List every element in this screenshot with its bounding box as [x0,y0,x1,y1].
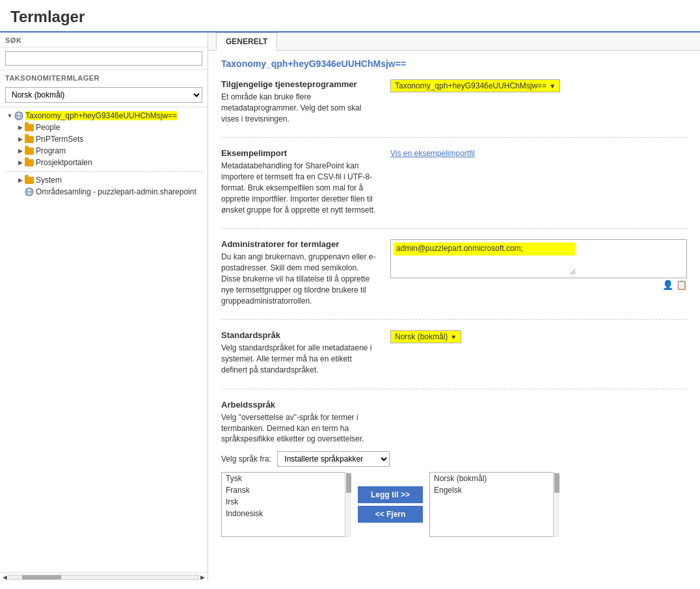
lang-filter-label: Velg språk fra: [221,454,271,464]
tree-item-pnp[interactable]: ▶ PnPTermSets [0,133,208,145]
admin-person-icon[interactable]: 👤 [662,280,673,290]
admin-book-icon[interactable]: 📋 [676,280,687,290]
tjeneste-section: Tilgjengelige tjenesteprogrammer Et områ… [221,79,687,124]
expand-root-icon[interactable]: ▼ [5,111,14,120]
admin-value: admin@puzzlepart.onmicrosoft.com; [394,242,576,255]
available-lang-wrap: Tysk Fransk Irsk Indonesisk [221,472,351,537]
avail-scroll [345,472,351,537]
lang-item-indonesisk[interactable]: Indonesisk [222,508,351,519]
arbeids-controls: Velg språk fra: Installerte språkpakker … [221,451,687,537]
standard-desc: Velg standardspråket for alle metadataen… [221,343,377,375]
admin-title: Administratorer for termlager [221,239,377,249]
arbeids-left: Arbeidsspråk Velg "oversettelse av"-språ… [221,400,377,445]
standard-title: Standardspråk [221,330,377,340]
arbeids-section: Arbeidsspråk Velg "oversettelse av"-språ… [221,400,687,537]
divider-1 [221,137,687,138]
arbeids-desc: Velg "oversettelse av"-språk for termer … [221,412,377,445]
eksempel-left: Eksempelimport Metadatabehandling for Sh… [221,148,377,215]
admin-textarea[interactable] [394,255,576,275]
folder-prosjekt-icon [25,159,34,166]
lang-item-irsk[interactable]: Irsk [222,496,351,508]
tab-bar: GENERELT [208,33,700,51]
page-title: Termlager [0,0,700,31]
admin-section: Administratorer for termlager Du kan ang… [221,239,687,306]
tree-container: ▼ Taxonomy_qph+heyG9346eUUHChMsjw== ▶ Pe… [0,107,208,572]
tree-divider [5,171,202,172]
tree-label-program: Program [36,146,66,155]
tree-label-people: People [36,123,60,132]
tree-label-prosjekt: Prosjektportalen [36,158,92,167]
search-header: SØK [0,33,208,47]
horizontal-scrollbar[interactable]: ◀ ▶ [0,572,208,581]
taxonomy-select-wrap: Norsk (bokmål) [0,85,208,107]
standard-lang-select[interactable]: Norsk (bokmål) ▼ [390,330,461,343]
tree-label-pnp: PnPTermSets [36,135,83,144]
lang-buttons: Legg til >> << Fjern [358,486,423,523]
selected-lang-wrap: Norsk (bokmål) Engelsk [429,472,559,537]
left-panel: SØK TAKSONOMITERMLAGER Norsk (bokmål) ▼ … [0,33,208,581]
admin-left: Administratorer for termlager Du kan ang… [221,239,377,306]
taxonomy-language-select[interactable]: Norsk (bokmål) [5,87,202,103]
standard-section: Standardspråk Velg standardspråket for a… [221,330,687,375]
tjeneste-dropdown-label: Taxonomy_qph+heyG9346eUUHChMsjw== [395,81,546,90]
scroll-right-icon[interactable]: ▶ [199,574,206,581]
search-input[interactable] [5,51,202,66]
standard-lang-value: Norsk (bokmål) [395,332,448,341]
tjeneste-dropdown-wrap: Taxonomy_qph+heyG9346eUUHChMsjw== ▼ [390,79,560,92]
scroll-thumb [22,575,61,579]
admin-desc: Du kan angi brukernavn, gruppenavn eller… [221,252,377,306]
admin-textarea-wrap: admin@puzzlepart.onmicrosoft.com; [390,239,687,278]
tree-label-system: System [36,176,62,185]
eksempel-link[interactable]: Vis en eksempelimportfil [390,149,475,158]
tjeneste-right: Taxonomy_qph+heyG9346eUUHChMsjw== ▼ [390,79,687,124]
lang-selected-engelsk[interactable]: Engelsk [430,484,559,496]
tree-item-prosjekt[interactable]: ▶ Prosjektportalen [0,157,208,168]
folder-program-icon [25,148,34,155]
remove-lang-button[interactable]: << Fjern [358,506,423,523]
standard-lang-arrow: ▼ [450,334,457,341]
add-lang-button[interactable]: Legg til >> [358,486,423,503]
divider-2 [221,228,687,229]
tree-label-root: Taxonomy_qph+heyG9346eUUHChMsjw== [25,111,177,120]
sel-scroll-thumb [554,473,559,493]
standard-left: Standardspråk Velg standardspråket for a… [221,330,377,375]
globe-omrade-icon [25,187,34,196]
admin-icons: 👤 📋 [390,280,687,290]
available-lang-list[interactable]: Tysk Fransk Irsk Indonesisk [221,472,351,537]
lang-item-tysk[interactable]: Tysk [222,473,351,484]
expand-people-icon[interactable]: ▶ [16,123,25,132]
admin-right: admin@puzzlepart.onmicrosoft.com; 👤 📋 [390,239,687,306]
tree-item-system[interactable]: ▶ System [0,174,208,186]
lang-filter-select[interactable]: Installerte språkpakker [277,451,390,467]
taxonomy-panel-title: Taxonomy_qph+heyG9346eUUHChMsjw== [221,59,687,69]
tab-generelt[interactable]: GENERELT [216,33,277,51]
taxonomy-header: TAKSONOMITERMLAGER [0,70,208,85]
taxonomy-section: TAKSONOMITERMLAGER Norsk (bokmål) [0,70,208,107]
scroll-left-icon[interactable]: ◀ [1,574,8,581]
folder-people-icon [25,124,34,131]
globe-root-icon [14,111,23,120]
tree-item-people[interactable]: ▶ People [0,122,208,133]
divider-3 [221,319,687,320]
tree-label-omrade: Områdesamling - puzzlepart-admin.sharepo… [36,187,196,196]
tree-item-omrade[interactable]: ▶ Områdesamling - puzzlepart-admin.share… [0,186,208,198]
expand-system-icon[interactable]: ▶ [16,176,25,185]
scroll-track [8,575,199,580]
lang-selected-norsk[interactable]: Norsk (bokmål) [430,473,559,484]
expand-pnp-icon[interactable]: ▶ [16,135,25,144]
expand-program-icon[interactable]: ▶ [16,146,25,155]
tree-item-program[interactable]: ▶ Program [0,145,208,157]
right-panel: GENERELT Taxonomy_qph+heyG9346eUUHChMsjw… [208,33,700,581]
standard-right: Norsk (bokmål) ▼ [390,330,687,375]
tjeneste-title: Tilgjengelige tjenesteprogrammer [221,79,377,89]
divider-4 [221,389,687,389]
lang-item-fransk[interactable]: Fransk [222,484,351,496]
arbeids-top: Arbeidsspråk Velg "oversettelse av"-språ… [221,400,687,445]
selected-lang-list[interactable]: Norsk (bokmål) Engelsk [429,472,559,537]
tjeneste-left: Tilgjengelige tjenesteprogrammer Et områ… [221,79,377,124]
tjeneste-desc: Et område kan bruke flere metadataprogra… [221,92,377,124]
sel-scroll [553,472,559,537]
folder-pnp-icon [25,136,34,143]
tree-item-root[interactable]: ▼ Taxonomy_qph+heyG9346eUUHChMsjw== [0,110,208,122]
expand-prosjekt-icon[interactable]: ▶ [16,158,25,167]
